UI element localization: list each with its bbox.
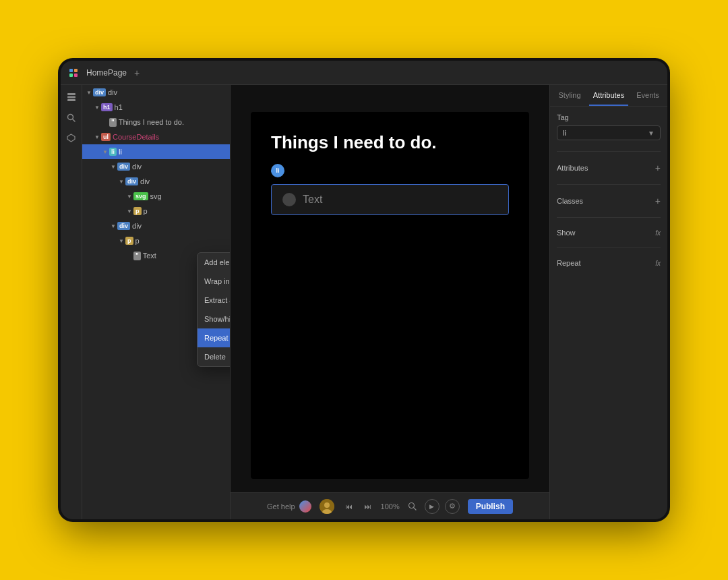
right-tabs: Styling Attributes Events: [550, 85, 667, 107]
sidebar-icons: [61, 85, 82, 519]
attributes-label: Attributes: [557, 164, 588, 172]
tag-label: Tag: [557, 113, 569, 121]
svg-line-14: [414, 508, 417, 511]
add-class-button[interactable]: +: [655, 196, 661, 206]
zoom-level: 100%: [380, 502, 400, 511]
left-panel: ▼ div div ▼ h1 h1 ▼ " Things I need to d…: [82, 85, 231, 519]
tree-label: li: [119, 148, 122, 156]
tree-arrow: ▼: [117, 237, 125, 245]
tree-item-div-1[interactable]: ▼ div div: [82, 85, 230, 100]
divider: [557, 151, 661, 152]
layers-icon[interactable]: [65, 90, 78, 104]
tag-select[interactable]: li ▼: [557, 125, 661, 140]
context-menu-extract-component[interactable]: Extract as component: [198, 291, 231, 310]
bottom-bar: Get help ⏮ ⏭ 100%: [231, 492, 549, 519]
right-section-attributes: Attributes +: [557, 163, 661, 173]
tree-arrow: ▼: [85, 88, 93, 96]
tab-styling[interactable]: Styling: [550, 85, 589, 106]
tree-arrow: ▼: [93, 103, 101, 111]
divider: [557, 248, 661, 248]
tree-item-li[interactable]: ▼ li li: [82, 144, 230, 159]
context-menu-wrap-element[interactable]: Wrap in element: [198, 272, 231, 291]
play-button[interactable]: ▶: [425, 499, 439, 514]
tree-item-p-2[interactable]: ▼ p p: [82, 233, 230, 248]
repeat-fx-button[interactable]: fx: [655, 260, 661, 267]
tree-label: CourseDetails: [113, 133, 159, 141]
zoom-button[interactable]: [406, 500, 419, 513]
context-menu-add-element[interactable]: Add element E: [198, 253, 231, 272]
tree-badge-ul: ul: [101, 133, 111, 141]
tree-item-h1[interactable]: ▼ h1 h1: [82, 100, 230, 115]
tree-arrow: ▼: [125, 192, 133, 200]
context-menu-delete[interactable]: Delete ⌫: [198, 347, 231, 366]
right-section-tag-header: Tag: [557, 113, 661, 121]
canvas-page: Things I need to do. li Text: [251, 112, 529, 479]
tree-arrow: ▼: [109, 222, 117, 230]
add-attribute-button[interactable]: +: [655, 163, 661, 173]
svg-rect-4: [67, 93, 75, 95]
svg-rect-5: [67, 96, 75, 98]
tree-badge-svg: svg: [133, 192, 148, 200]
bottom-controls: ⏮ ⏭ 100% ▶ ⚙: [342, 499, 460, 514]
canvas-content[interactable]: Things I need to do. li Text: [231, 98, 549, 492]
context-menu-repeat[interactable]: Repeat: [198, 328, 231, 347]
tree-arrow: ▼: [125, 207, 133, 215]
tree-arrow: ▼: [117, 177, 125, 185]
publish-button[interactable]: Publish: [468, 499, 513, 514]
repeat-row: Repeat fx: [557, 259, 661, 267]
tree-badge-p: p: [125, 237, 133, 245]
add-page-button[interactable]: +: [131, 67, 143, 79]
tree-item-p-1[interactable]: ▼ p p: [82, 204, 230, 219]
tree-badge-quote: ": [109, 118, 117, 127]
get-help-label: Get help: [267, 502, 295, 511]
tag-value: li: [563, 129, 566, 137]
divider: [557, 217, 661, 218]
help-icon[interactable]: [299, 500, 311, 513]
tree-arrow: ▼: [101, 148, 109, 156]
show-label: Show: [557, 229, 576, 237]
show-fx-button[interactable]: fx: [655, 229, 661, 237]
context-menu: Add element E Wrap in element Extract as…: [197, 252, 231, 367]
right-panel: Styling Attributes Events Tag: [549, 85, 667, 519]
top-bar-left: HomePage +: [67, 67, 661, 79]
tree-item-ul[interactable]: ▼ ul CourseDetails: [82, 129, 230, 144]
tree-label: Text: [143, 252, 156, 260]
tree-badge-h1: h1: [101, 103, 113, 111]
component-icon[interactable]: [65, 131, 78, 144]
tree-label: p: [135, 237, 140, 245]
show-row: Show fx: [557, 229, 661, 237]
step-forward-button[interactable]: ⏭: [361, 500, 375, 513]
canvas-text-icon: [282, 193, 296, 206]
chevron-down-icon: ▼: [648, 129, 655, 137]
tree-item-div-4[interactable]: ▼ div div: [82, 219, 230, 233]
svg-point-11: [324, 502, 330, 508]
tree-item-quote-1[interactable]: ▼ " Things I need to do.: [82, 115, 230, 129]
tab-attributes[interactable]: Attributes: [589, 85, 628, 106]
svg-line-8: [73, 119, 75, 121]
tree-arrow: ▼: [93, 133, 101, 141]
tree-label: div: [108, 88, 117, 96]
canvas-area: Things I need to do. li Text Get help: [231, 85, 549, 519]
search-icon[interactable]: [65, 111, 78, 124]
tree-label: div: [132, 222, 142, 230]
svg-rect-6: [67, 99, 75, 101]
tree-item-svg[interactable]: ▼ svg svg: [82, 189, 230, 204]
top-bar: HomePage +: [61, 61, 667, 85]
bottom-bar-left: Get help: [267, 500, 311, 513]
context-menu-item-label: Repeat: [204, 334, 228, 342]
tree-badge-div: div: [93, 88, 106, 96]
tree-badge-div: div: [117, 163, 130, 171]
user-avatar: [320, 499, 334, 514]
context-menu-show-hide[interactable]: Show/hide: [198, 310, 231, 328]
step-back-button[interactable]: ⏮: [342, 500, 356, 513]
tree-item-div-3[interactable]: ▼ div div: [82, 174, 230, 189]
app-window: HomePage +: [61, 61, 667, 519]
tree-label: p: [144, 207, 148, 215]
right-section-repeat: Repeat fx: [557, 259, 661, 267]
tab-events[interactable]: Events: [628, 85, 667, 106]
svg-marker-9: [67, 134, 75, 142]
right-section-tag: Tag li ▼: [557, 113, 661, 140]
settings-button[interactable]: ⚙: [445, 499, 460, 514]
svg-rect-2: [69, 74, 73, 77]
tree-item-div-2[interactable]: ▼ div div: [82, 159, 230, 174]
